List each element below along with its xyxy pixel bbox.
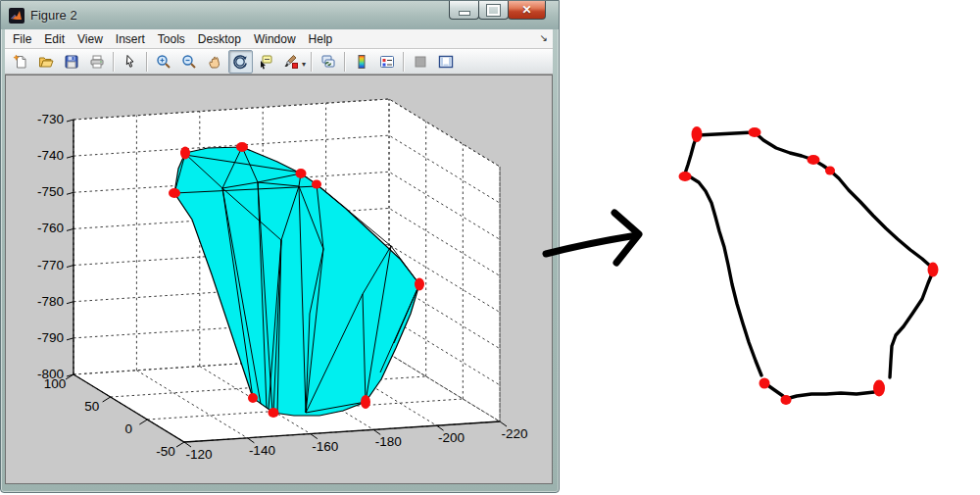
open-folder-icon <box>38 54 54 70</box>
toolbar-separator <box>344 52 346 72</box>
toolbar-separator <box>146 52 148 72</box>
menu-item-file[interactable]: File <box>8 30 36 48</box>
menu-item-insert[interactable]: Insert <box>111 30 150 48</box>
toolbar-separator <box>403 52 405 72</box>
close-icon: ✕ <box>521 4 531 16</box>
close-button[interactable]: ✕ <box>508 1 546 20</box>
zoom-in-icon <box>156 54 172 70</box>
data-cursor-icon <box>258 54 273 70</box>
toolbar: ▾ <box>5 49 553 74</box>
show-plot-tools-icon <box>438 54 454 70</box>
window-title: Figure 2 <box>30 8 77 23</box>
menu-item-view[interactable]: View <box>73 30 108 48</box>
save-icon <box>64 54 79 70</box>
hide-plot-tools-icon <box>413 54 428 70</box>
screenshot-page: Figure 2 ✕ FileEditViewInsertToolsDeskto… <box>0 0 980 495</box>
legend-icon <box>379 54 395 70</box>
toolbar-separator <box>311 52 313 72</box>
show-plot-tools-button[interactable] <box>434 50 459 74</box>
zoom-in-button[interactable] <box>152 50 176 74</box>
menu-item-help[interactable]: Help <box>304 30 338 48</box>
window-controls: ✕ <box>450 1 546 20</box>
colorbar-icon <box>354 54 369 70</box>
insert-colorbar-button[interactable] <box>350 50 374 74</box>
new-file-icon <box>13 54 28 70</box>
hand-icon <box>207 54 222 70</box>
open-file-button[interactable] <box>34 50 59 74</box>
menu-item-window[interactable]: Window <box>249 30 301 48</box>
sketch-dots <box>679 126 939 405</box>
data-cursor-button[interactable] <box>254 50 278 74</box>
menubar: FileEditViewInsertToolsDesktopWindowHelp… <box>5 29 553 49</box>
pointer-icon <box>122 54 138 70</box>
zoom-out-button[interactable] <box>177 50 202 74</box>
print-button[interactable] <box>85 50 110 74</box>
brush-dropdown-caret[interactable]: ▾ <box>302 60 306 69</box>
menu-item-edit[interactable]: Edit <box>39 30 70 48</box>
link-icon <box>320 54 336 70</box>
printer-icon <box>89 54 105 70</box>
pointer-tool-button[interactable] <box>119 50 143 74</box>
toolbar-separator <box>113 52 115 72</box>
figure-window: Figure 2 ✕ FileEditViewInsertToolsDeskto… <box>0 0 560 493</box>
rotate-3d-button[interactable] <box>228 50 253 74</box>
menu-item-tools[interactable]: Tools <box>153 30 190 48</box>
pan-tool-button[interactable] <box>203 50 227 74</box>
minimize-icon <box>459 11 470 16</box>
hide-plot-tools-button[interactable] <box>409 50 433 74</box>
rotate-3d-icon <box>232 54 248 70</box>
link-plots-button[interactable] <box>317 50 341 74</box>
brush-icon <box>283 54 299 70</box>
new-file-button[interactable] <box>9 50 33 74</box>
figure-canvas[interactable] <box>5 74 553 484</box>
titlebar[interactable]: Figure 2 ✕ <box>1 1 559 29</box>
matlab-icon <box>9 8 24 24</box>
brush-tool-button[interactable] <box>279 50 304 74</box>
maximize-button[interactable] <box>478 1 509 20</box>
menu-item-desktop[interactable]: Desktop <box>193 30 246 48</box>
zoom-out-icon <box>181 54 197 70</box>
minimize-button[interactable] <box>449 1 479 20</box>
sketch-outline <box>685 132 933 399</box>
save-button[interactable] <box>60 50 84 74</box>
menu-overflow-icon[interactable]: ↘ <box>540 32 548 43</box>
maximize-icon <box>487 5 500 16</box>
insert-legend-button[interactable] <box>375 50 400 74</box>
arrow-annotation <box>546 213 639 263</box>
